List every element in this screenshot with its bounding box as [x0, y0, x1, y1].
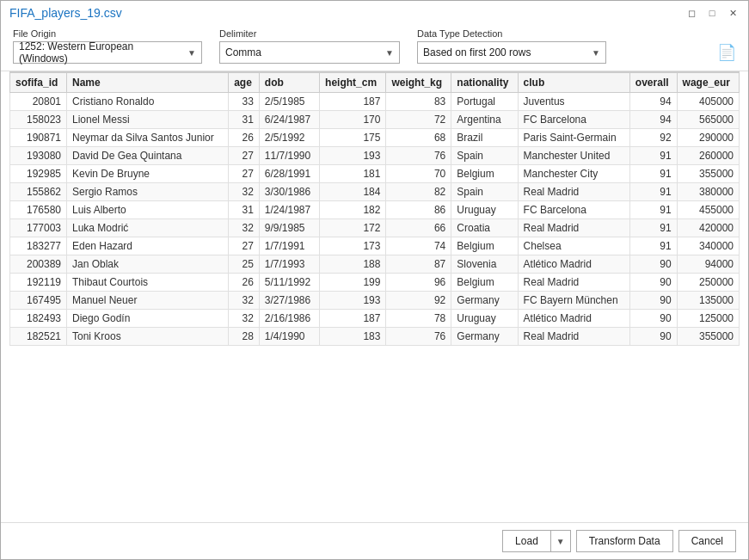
cell-Name: Diego Godín — [67, 310, 229, 328]
cell-nationality: Brazil — [451, 129, 518, 147]
cell-overall: 91 — [629, 147, 677, 165]
cell-age: 26 — [229, 274, 260, 292]
delimiter-group: Delimiter Comma ▼ — [219, 28, 400, 64]
cell-weight_kg: 83 — [386, 93, 451, 111]
cell-wage_eur: 135000 — [677, 292, 739, 310]
cell-height_cm: 181 — [320, 165, 386, 183]
file-origin-label: File Origin — [13, 28, 202, 39]
cell-dob: 3/27/1986 — [259, 292, 319, 310]
cell-height_cm: 199 — [320, 274, 386, 292]
cell-nationality: Belgium — [451, 274, 518, 292]
col-header-wage_eur: wage_eur — [677, 73, 739, 93]
cell-height_cm: 182 — [320, 201, 386, 219]
datatype-arrow: ▼ — [592, 48, 600, 58]
cell-overall: 91 — [629, 183, 677, 201]
cell-sofifa_id: 200389 — [10, 255, 67, 274]
col-header-height_cm: height_cm — [320, 73, 386, 93]
maximize-button[interactable]: □ — [705, 6, 719, 20]
cell-overall: 91 — [629, 237, 677, 255]
cell-nationality: Spain — [451, 147, 518, 165]
cell-age: 27 — [229, 147, 260, 165]
delimiter-value: Comma — [225, 46, 261, 58]
cell-age: 28 — [229, 328, 260, 346]
cell-nationality: Croatia — [451, 219, 518, 237]
cell-club: Real Madrid — [518, 183, 629, 201]
transform-data-button[interactable]: Transform Data — [576, 530, 673, 552]
cell-nationality: Uruguay — [451, 201, 518, 219]
cell-wage_eur: 455000 — [677, 201, 739, 219]
cell-dob: 2/5/1992 — [259, 129, 319, 147]
close-button[interactable]: ✕ — [726, 6, 740, 20]
cell-overall: 90 — [629, 310, 677, 328]
cell-Name: Thibaut Courtois — [67, 274, 229, 292]
table-row: 190871Neymar da Silva Santos Junior262/5… — [10, 129, 740, 147]
cell-height_cm: 187 — [320, 310, 386, 328]
cell-sofifa_id: 183277 — [10, 237, 67, 255]
col-header-dob: dob — [259, 73, 319, 93]
cell-weight_kg: 72 — [386, 111, 451, 129]
cell-overall: 90 — [629, 274, 677, 292]
window-title: FIFA_players_19.csv — [9, 6, 122, 20]
cell-dob: 11/7/1990 — [259, 147, 319, 165]
cell-wage_eur: 420000 — [677, 219, 739, 237]
cell-Name: Neymar da Silva Santos Junior — [67, 129, 229, 147]
options-section: File Origin 1252: Western European (Wind… — [1, 23, 748, 71]
cell-club: FC Barcelona — [518, 201, 629, 219]
data-table: sofifa_idNameagedobheight_cmweight_kgnat… — [9, 72, 740, 346]
cell-overall: 94 — [629, 93, 677, 111]
cell-age: 25 — [229, 255, 260, 274]
cell-wage_eur: 290000 — [677, 129, 739, 147]
cell-weight_kg: 92 — [386, 292, 451, 310]
doc-icon[interactable]: 📄 — [717, 43, 736, 64]
cell-weight_kg: 96 — [386, 274, 451, 292]
cell-dob: 1/7/1993 — [259, 255, 319, 274]
cell-Name: Cristiano Ronaldo — [67, 93, 229, 111]
cell-weight_kg: 82 — [386, 183, 451, 201]
cell-club: Atlético Madrid — [518, 255, 629, 274]
cell-age: 31 — [229, 111, 260, 129]
cell-age: 32 — [229, 292, 260, 310]
cell-Name: Sergio Ramos — [67, 183, 229, 201]
cell-Name: David De Gea Quintana — [67, 147, 229, 165]
cell-Name: Jan Oblak — [67, 255, 229, 274]
minimize-button[interactable]: ◻ — [685, 6, 698, 20]
load-button[interactable]: Load — [503, 531, 550, 551]
cell-club: Chelsea — [518, 237, 629, 255]
cell-sofifa_id: 182493 — [10, 310, 67, 328]
cell-dob: 1/24/1987 — [259, 201, 319, 219]
delimiter-label: Delimiter — [219, 28, 400, 39]
cell-overall: 92 — [629, 129, 677, 147]
cell-sofifa_id: 193080 — [10, 147, 67, 165]
cell-dob: 9/9/1985 — [259, 219, 319, 237]
table-row: 177003Luka Modrić329/9/198517266CroatiaR… — [10, 219, 740, 237]
cell-height_cm: 183 — [320, 328, 386, 346]
cell-height_cm: 173 — [320, 237, 386, 255]
table-row: 193080David De Gea Quintana2711/7/199019… — [10, 147, 740, 165]
cell-Name: Lionel Messi — [67, 111, 229, 129]
cell-age: 33 — [229, 93, 260, 111]
table-row: 192119Thibaut Courtois265/11/199219996Be… — [10, 274, 740, 292]
main-window: FIFA_players_19.csv ◻ □ ✕ File Origin 12… — [0, 0, 749, 560]
cell-overall: 90 — [629, 292, 677, 310]
window-controls: ◻ □ ✕ — [685, 6, 740, 20]
cell-sofifa_id: 158023 — [10, 111, 67, 129]
datatype-select[interactable]: Based on first 200 rows ▼ — [417, 41, 606, 64]
cell-height_cm: 187 — [320, 93, 386, 111]
cell-overall: 91 — [629, 201, 677, 219]
cell-Name: Kevin De Bruyne — [67, 165, 229, 183]
delimiter-select[interactable]: Comma ▼ — [219, 41, 400, 64]
cell-age: 27 — [229, 237, 260, 255]
data-table-container[interactable]: sofifa_idNameagedobheight_cmweight_kgnat… — [9, 71, 740, 522]
cancel-button[interactable]: Cancel — [678, 530, 736, 552]
cell-overall: 90 — [629, 328, 677, 346]
cell-nationality: Portugal — [451, 93, 518, 111]
load-button-group: Load ▼ — [502, 530, 571, 552]
cell-club: Atlético Madrid — [518, 310, 629, 328]
delimiter-arrow: ▼ — [385, 48, 394, 58]
cell-dob: 3/30/1986 — [259, 183, 319, 201]
file-origin-select[interactable]: 1252: Western European (Windows) ▼ — [13, 41, 202, 64]
cell-sofifa_id: 190871 — [10, 129, 67, 147]
cell-dob: 5/11/1992 — [259, 274, 319, 292]
table-row: 20801Cristiano Ronaldo332/5/198518783Por… — [10, 93, 740, 111]
load-dropdown-arrow[interactable]: ▼ — [550, 531, 570, 551]
